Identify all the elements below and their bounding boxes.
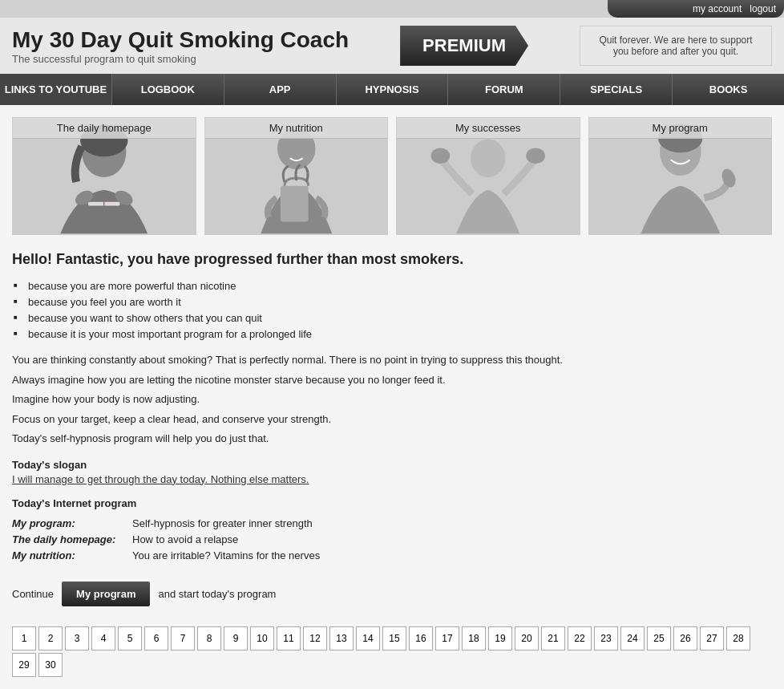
day-btn-23[interactable]: 23 (594, 626, 618, 650)
day-btn-6[interactable]: 6 (144, 626, 168, 650)
day-btn-19[interactable]: 19 (488, 626, 512, 650)
day-btn-9[interactable]: 9 (224, 626, 248, 650)
day-btn-21[interactable]: 21 (541, 626, 565, 650)
day-btn-8[interactable]: 8 (197, 626, 221, 650)
header: My 30 Day Quit Smoking Coach The success… (0, 18, 784, 74)
bullet-item: because you want to show others that you… (28, 312, 772, 324)
day-btn-7[interactable]: 7 (171, 626, 195, 650)
program-row-1: My program: Self-hypnosis for greater in… (12, 517, 772, 529)
feature-cards: The daily homepage (12, 117, 772, 235)
day-btn-2[interactable]: 2 (38, 626, 63, 650)
card-nutrition-title: My nutrition (205, 118, 388, 139)
day-btn-3[interactable]: 3 (65, 626, 89, 650)
body-para-5: Today's self-hypnosis program will help … (12, 431, 772, 447)
card-daily-homepage[interactable]: The daily homepage (12, 117, 196, 235)
header-tagline: Quit forever. We are here to support you… (580, 26, 772, 66)
card-program[interactable]: My program (588, 117, 773, 235)
card-successes-title: My successes (397, 118, 580, 139)
header-title: My 30 Day Quit Smoking Coach The success… (12, 27, 349, 65)
day-btn-25[interactable]: 25 (647, 626, 671, 650)
body-para-2: Always imagine how you are letting the n… (12, 372, 772, 388)
day-btn-27[interactable]: 27 (700, 626, 724, 650)
nav-item-specials[interactable]: SPECIALS (560, 74, 673, 105)
day-btn-14[interactable]: 14 (356, 626, 380, 650)
day-btn-20[interactable]: 20 (515, 626, 539, 650)
day-btn-12[interactable]: 12 (303, 626, 327, 650)
continue-section: Continue My program and start today's pr… (12, 582, 772, 606)
day-btn-15[interactable]: 15 (382, 626, 406, 650)
card-program-title: My program (589, 118, 772, 139)
program-row-2: The daily homepage: How to avoid a relap… (12, 533, 772, 545)
svg-rect-9 (280, 186, 308, 222)
program-row-3: My nutrition: You are irritable? Vitamin… (12, 549, 772, 561)
welcome-heading: Hello! Fantastic, you have progressed fu… (12, 251, 772, 268)
program-key-1: My program: (12, 517, 132, 529)
program-key-3: My nutrition: (12, 549, 132, 561)
premium-badge: PREMIUM (400, 26, 528, 66)
day-btn-11[interactable]: 11 (277, 626, 301, 650)
day-btn-17[interactable]: 17 (435, 626, 459, 650)
day-btn-29[interactable]: 29 (12, 653, 36, 677)
my-account-link[interactable]: my account (693, 3, 742, 14)
day-btn-26[interactable]: 26 (673, 626, 697, 650)
day-btn-5[interactable]: 5 (118, 626, 142, 650)
bullet-item: because you are more powerful than nicot… (28, 280, 772, 292)
card-nutrition[interactable]: My nutrition (204, 117, 389, 235)
day-btn-16[interactable]: 16 (409, 626, 433, 650)
day-btn-13[interactable]: 13 (329, 626, 354, 650)
day-btn-18[interactable]: 18 (462, 626, 486, 650)
day-btn-24[interactable]: 24 (620, 626, 645, 650)
card-successes[interactable]: My successes (396, 117, 580, 235)
continue-suffix: and start today's program (158, 588, 276, 600)
bullet-item: because you feel you are worth it (28, 296, 772, 308)
day-btn-10[interactable]: 10 (250, 626, 274, 650)
main-nav: LINKS TO YOUTUBE LOGBOOK APP HYPNOSIS FO… (0, 74, 784, 105)
nav-item-app[interactable]: APP (224, 74, 337, 105)
nav-item-youtube[interactable]: LINKS TO YOUTUBE (0, 74, 112, 105)
program-val-3: You are irritable? Vitamins for the nerv… (132, 549, 320, 561)
top-bar: my account logout (608, 0, 784, 18)
body-para-1: You are thinking constantly about smokin… (12, 352, 772, 368)
program-val-2: How to avoid a relapse (132, 533, 238, 545)
continue-text: Continue (12, 588, 54, 600)
svg-point-11 (471, 140, 506, 177)
day-btn-22[interactable]: 22 (568, 626, 592, 650)
day-btn-30[interactable]: 30 (38, 653, 63, 677)
main-content: The daily homepage (0, 105, 784, 689)
program-key-2: The daily homepage: (12, 533, 132, 545)
day-btn-1[interactable]: 1 (12, 626, 36, 650)
slogan-link[interactable]: I will manage to get through the day tod… (12, 473, 772, 485)
bullet-item: because it is your most important progra… (28, 328, 772, 340)
program-val-1: Self-hypnosis for greater inner strength (132, 517, 313, 529)
body-para-3: Imagine how your body is now adjusting. (12, 391, 772, 407)
site-title: My 30 Day Quit Smoking Coach (12, 27, 349, 53)
slogan-section: Today's slogan I will manage to get thro… (12, 459, 772, 485)
logout-link[interactable]: logout (750, 3, 776, 14)
nav-item-forum[interactable]: FORUM (448, 74, 560, 105)
card-daily-title: The daily homepage (13, 118, 196, 139)
site-subtitle: The successful program to quit smoking (12, 53, 349, 65)
my-program-button[interactable]: My program (62, 582, 150, 606)
days-row: 1 2 3 4 5 6 7 8 9 10 11 12 13 14 15 16 1… (12, 626, 772, 677)
nav-item-books[interactable]: BOOKS (673, 74, 784, 105)
day-btn-4[interactable]: 4 (91, 626, 115, 650)
bullet-list: because you are more powerful than nicot… (12, 280, 772, 340)
internet-program-label: Today's Internet program (12, 497, 772, 509)
svg-point-13 (526, 148, 545, 164)
nav-item-logbook[interactable]: LOGBOOK (112, 74, 224, 105)
body-para-4: Focus on your target, keep a clear head,… (12, 411, 772, 428)
slogan-label: Today's slogan (12, 459, 772, 471)
nav-item-hypnosis[interactable]: HYPNOSIS (337, 74, 449, 105)
day-btn-28[interactable]: 28 (726, 626, 750, 650)
svg-point-12 (431, 148, 451, 164)
